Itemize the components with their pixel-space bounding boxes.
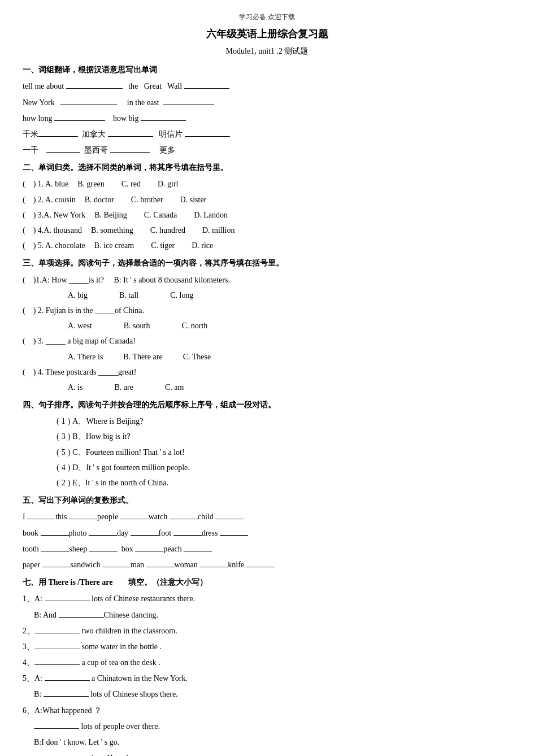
section1-title: 一、词组翻译，根据汉语意思写出单词 (23, 63, 511, 77)
s7-item4: 4、 a cup of tea on the desk . (23, 655, 511, 670)
s5-line1: I this people watch child (23, 510, 511, 524)
s7-item5: 5、A: a Chinatown in the New York. B: lot… (23, 671, 511, 701)
section3-title: 三、单项选择。阅读句子，选择最合适的一项内容，将其序号填在括号里。 (23, 256, 511, 270)
s1-line3: how long how big (23, 111, 511, 125)
s5-line3: tooth sheep box peach (23, 542, 511, 556)
s2-item4: ( ) 4.A. thousand B. something C. hundre… (23, 223, 511, 237)
header-top: 学习必备 欢迎下载 (23, 11, 511, 24)
s7-item6: 6、A:What happened ？ lots of people over … (23, 703, 511, 756)
s5-line4: paper sandwich man woman knife (23, 558, 511, 572)
header-title: 六年级英语上册综合复习题 (23, 25, 511, 43)
page-container: 学习必备 欢迎下载 六年级英语上册综合复习题 Module1, unit1 .2… (23, 11, 511, 756)
s7-item1: 1、A: lots of Chinese restaurants there. … (23, 592, 511, 622)
s4-item3: (5) C、Fourteen million! That ' s a lot! (23, 445, 511, 459)
s1-line2: New York in the east (23, 95, 511, 110)
s7-item3: 3、 some water in the bottle . (23, 640, 511, 654)
header-sub: Module1, unit1 .2 测试题 (23, 44, 511, 58)
s2-item3: ( ) 3.A. New York B. Beijing C. Canada D… (23, 208, 511, 222)
s3-item1: ( )1.A: How _____is it? B: It ' s about … (23, 273, 511, 302)
s5-line2: book photo day foot dress (23, 526, 511, 540)
s1-line1: tell me about the Great Wall (23, 79, 511, 93)
s3-item2: ( ) 2. Fujian is in the _____of China. A… (23, 303, 511, 333)
section4-title: 四、句子排序。阅读句子并按合理的先后顺序标上序号，组成一段对话。 (23, 398, 511, 412)
s2-item2: ( ) 2. A. cousin B. doctor C. brother D.… (23, 193, 511, 207)
s4-item5: (2) E、It ' s in the north of China. (23, 476, 511, 490)
section7-title: 七、用 There is /There are 填空。（注意大小写） (23, 575, 511, 589)
s4-item2: (3) B、How big is it? (23, 429, 511, 444)
s3-item4: ( ) 4. These postcards _____great! A. is… (23, 365, 511, 394)
s1-line5: 一千 墨西哥 更多 (23, 143, 511, 157)
s3-item3: ( ) 3. _____ a big map of Canada! A. The… (23, 334, 511, 363)
s2-item5: ( ) 5. A. chocolate B. ice cream C. tige… (23, 238, 511, 253)
s4-item4: (4) D、It ' s got fourteen million people… (23, 460, 511, 475)
section2-title: 二、单词归类。选择不同类的单词，将其序号填在括号里。 (23, 160, 511, 175)
section5-title: 五、写出下列单词的复数形式。 (23, 493, 511, 507)
s1-line4: 千米 加拿大 明信片 (23, 127, 511, 141)
s2-item1: ( ) 1. A. blue B. green C. red D. girl (23, 177, 511, 191)
s7-item2: 2、 two children in the classroom. (23, 624, 511, 638)
s4-item1: (1) A、Where is Beijing? (23, 414, 511, 428)
